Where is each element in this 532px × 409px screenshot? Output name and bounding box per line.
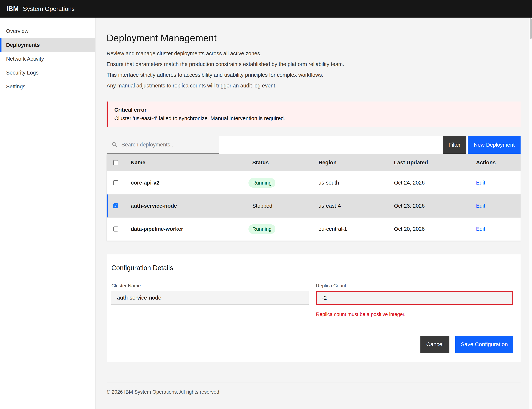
sidebar-item-overview[interactable]: Overview	[0, 24, 95, 38]
page-description-line: Any manual adjustments to replica counts…	[107, 83, 521, 89]
configuration-fields: Cluster Name Replica Count Replica count…	[111, 283, 513, 317]
deployment-region: us-south	[318, 180, 394, 186]
main-content: Deployment Management Review and manage …	[96, 18, 532, 409]
deployments-table: Name Status Region Last Updated Actions …	[107, 154, 521, 241]
column-header-status: Status	[252, 159, 318, 166]
row-checkbox[interactable]	[113, 180, 118, 185]
new-deployment-button[interactable]: New Deployment	[468, 136, 521, 154]
sidebar-item-settings[interactable]: Settings	[0, 80, 95, 93]
column-header-name: Name	[131, 159, 252, 166]
page-description-line: Ensure that parameters match the product…	[107, 61, 521, 67]
status-badge: Running	[248, 224, 275, 234]
table-row-selected: auth-service-node Stopped us-east-4 Oct …	[107, 194, 521, 217]
configuration-details-card: Configuration Details Cluster Name Repli…	[107, 254, 521, 362]
deployment-last-updated: Oct 20, 2026	[394, 226, 476, 232]
sidebar-item-deployments[interactable]: Deployments	[0, 38, 95, 52]
table-row: data-pipeline-worker Running eu-central-…	[107, 217, 521, 241]
replica-count-error-message: Replica count must be a positive integer…	[316, 312, 513, 317]
search-box[interactable]	[107, 136, 219, 154]
app-body: Overview Deployments Network Activity Se…	[0, 18, 532, 409]
deployment-last-updated: Oct 23, 2026	[394, 203, 476, 209]
sidebar-item-label: Security Logs	[6, 70, 39, 76]
cluster-name-field-group: Cluster Name	[111, 283, 309, 317]
table-toolbar: Filter New Deployment	[107, 136, 521, 154]
sidebar-item-label: Network Activity	[6, 56, 44, 62]
scrollbar-thumb[interactable]	[530, 18, 532, 39]
scrollbar-track[interactable]	[529, 18, 532, 409]
sidebar-item-label: Deployments	[6, 42, 40, 48]
page-title: Deployment Management	[107, 33, 521, 43]
footer-divider	[107, 382, 521, 383]
deployment-region: us-east-4	[318, 203, 394, 209]
footer-copyright: © 2026 IBM System Operations. All rights…	[107, 389, 521, 395]
select-all-checkbox[interactable]	[113, 160, 118, 165]
column-header-region: Region	[318, 159, 394, 166]
sidebar-item-security-logs[interactable]: Security Logs	[0, 66, 95, 80]
filter-button[interactable]: Filter	[442, 136, 466, 154]
error-notification-message: Cluster 'us-east-4' failed to synchroniz…	[114, 115, 514, 122]
edit-link[interactable]: Edit	[476, 180, 521, 186]
page-description-line: Review and manage cluster deployments ac…	[107, 50, 521, 57]
card-action-buttons: Cancel Save Configuration	[111, 336, 513, 353]
save-configuration-button[interactable]: Save Configuration	[455, 336, 513, 353]
deployment-region: eu-central-1	[318, 226, 394, 232]
product-title: System Operations	[23, 5, 75, 12]
deployment-name: core-api-v2	[131, 180, 252, 186]
toolbar-spacer	[219, 136, 442, 154]
error-notification: Critical error Cluster 'us-east-4' faile…	[107, 102, 521, 127]
deployment-name: auth-service-node	[131, 203, 252, 209]
edit-link[interactable]: Edit	[476, 226, 521, 232]
sidebar-item-label: Settings	[6, 84, 26, 90]
sidebar-item-label: Overview	[6, 28, 28, 34]
status-text: Stopped	[252, 203, 318, 209]
cancel-button[interactable]: Cancel	[420, 336, 450, 353]
page-description-line: This interface strictly adheres to acces…	[107, 72, 521, 78]
deployment-last-updated: Oct 24, 2026	[394, 180, 476, 186]
ibm-logo: IBM	[6, 5, 19, 13]
edit-link[interactable]: Edit	[476, 203, 521, 209]
status-badge: Running	[248, 178, 275, 188]
table-header-row: Name Status Region Last Updated Actions	[107, 154, 521, 171]
search-input[interactable]	[121, 142, 210, 148]
replica-count-input[interactable]	[316, 291, 513, 305]
row-checkbox[interactable]	[113, 226, 118, 232]
replica-count-label: Replica Count	[316, 283, 513, 289]
deployment-name: data-pipeline-worker	[131, 226, 252, 232]
cluster-name-label: Cluster Name	[111, 283, 309, 289]
replica-count-field-group: Replica Count Replica count must be a po…	[316, 283, 513, 317]
row-checkbox-checked[interactable]	[113, 203, 118, 208]
column-header-last-updated: Last Updated	[394, 159, 476, 166]
configuration-details-title: Configuration Details	[111, 264, 513, 272]
error-notification-title: Critical error	[114, 106, 514, 113]
top-header-bar: IBM System Operations	[0, 0, 532, 18]
column-header-actions: Actions	[476, 159, 521, 166]
search-icon	[112, 142, 118, 148]
table-row: core-api-v2 Running us-south Oct 24, 202…	[107, 171, 521, 194]
sidebar-item-network-activity[interactable]: Network Activity	[0, 52, 95, 66]
sidebar: Overview Deployments Network Activity Se…	[0, 18, 96, 409]
cluster-name-input[interactable]	[111, 291, 309, 305]
